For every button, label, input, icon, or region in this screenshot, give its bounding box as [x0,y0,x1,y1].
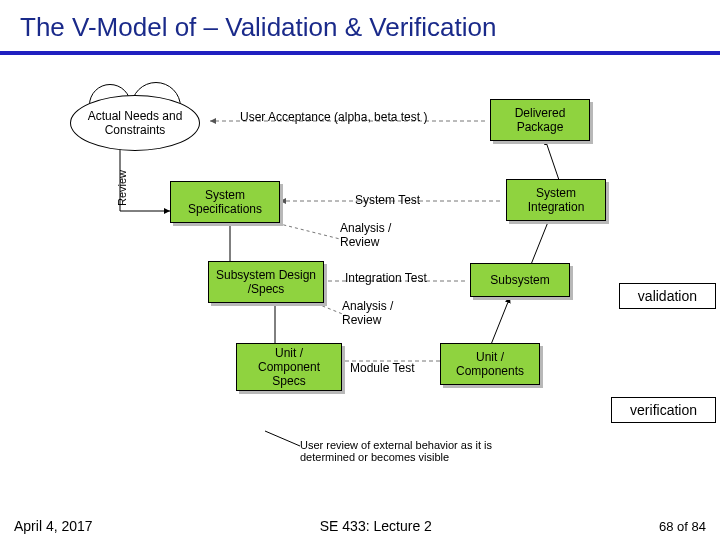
slide-title: The V-Model of – Validation & Verificati… [0,0,720,51]
cloud-label: Actual Needs and Constraints [75,109,195,137]
title-rule [0,51,720,55]
box-label: Subsystem Design /Specs [215,268,317,296]
svg-line-13 [265,431,300,446]
footer-page: 68 of 84 [659,519,706,534]
box-label: Delivered Package [497,106,583,134]
box-label: Unit / Components [447,350,533,378]
svg-line-8 [490,297,510,347]
analysis-review-label-2: Analysis / Review [342,299,393,327]
box-delivered-package: Delivered Package [490,99,590,141]
integration-test-label: Integration Test [345,271,427,285]
box-unit-component-specs: Unit / Component Specs [236,343,342,391]
box-label: Unit / Component Specs [243,346,335,388]
footer-page-total: 84 [692,519,706,534]
footer-page-current: 68 of [659,519,692,534]
user-acceptance-label: User Acceptance (alpha, beta test ) [240,110,427,124]
tag-verification: verification [611,397,716,423]
slide-footer: April 4, 2017 SE 433: Lecture 2 68 of 84 [0,512,720,540]
review-vertical-label: Review [116,170,128,206]
footnote-label: User review of external behavior as it i… [300,439,492,463]
footer-course: SE 433: Lecture 2 [320,518,432,534]
box-label: System Integration [513,186,599,214]
v-model-diagram: Actual Needs and Constraints Review User… [0,61,720,491]
svg-line-10 [545,139,560,183]
svg-line-9 [530,217,550,267]
cloud-actual-needs: Actual Needs and Constraints [70,95,200,151]
system-test-label: System Test [355,193,420,207]
box-label: Subsystem [490,273,549,287]
footer-date: April 4, 2017 [14,518,93,534]
box-label: System Specifications [177,188,273,216]
box-subsystem: Subsystem [470,263,570,297]
analysis-review-label-1: Analysis / Review [340,221,391,249]
box-system-specifications: System Specifications [170,181,280,223]
module-test-label: Module Test [350,361,414,375]
tag-validation: validation [619,283,716,309]
box-system-integration: System Integration [506,179,606,221]
box-subsystem-design: Subsystem Design /Specs [208,261,324,303]
box-unit-components: Unit / Components [440,343,540,385]
